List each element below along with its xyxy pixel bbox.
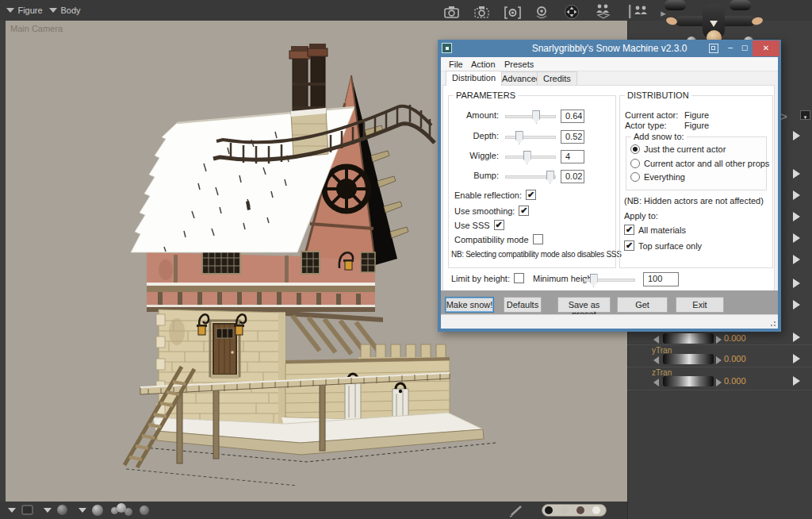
dial-decrement-arrow[interactable] [653,379,659,386]
use-smoothing-label: Use smoothing: [454,206,515,216]
shadow-color-swatch[interactable] [576,506,584,514]
ground-color-swatch[interactable] [592,506,600,514]
limit-by-height-label: Limit by height: [451,274,510,283]
wiggle-label: Wiggle: [450,151,499,160]
dialog-title-bar[interactable]: Snarlygribbly's Snow Machine v2.3.0 – ▢ … [438,40,781,57]
enable-reflection-label: Enable reflection: [454,190,522,200]
param-expand-arrow[interactable] [793,212,800,221]
camera-icon[interactable] [442,4,462,23]
menu-bar: File Action Presets [441,57,778,71]
param-expand-arrow[interactable] [793,190,800,200]
dial-increment-arrow[interactable] [716,379,722,386]
minimum-height-value[interactable]: 100 [643,272,679,286]
chevron-down-icon [79,508,86,513]
minimize-button[interactable]: – [723,40,737,56]
compatibility-mode-checkbox[interactable] [533,234,543,244]
menu-file[interactable]: File [446,59,466,70]
dialog-body: File Action Presets Distribution Advance… [441,57,778,329]
ztran-dial[interactable] [663,376,714,386]
enable-reflection-row: Enable reflection: [454,190,536,200]
pin-window-icon[interactable] [709,44,718,53]
textured-sphere-icon [92,505,103,516]
dial-value[interactable]: 0.000 [724,333,746,343]
display-style-toolbar [0,502,627,519]
dial-decrement-arrow[interactable] [653,356,659,364]
param-expand-arrow[interactable] [793,376,800,386]
wiggle-value[interactable]: 4 [561,150,584,163]
top-surface-row: Top surface only [624,240,702,251]
orb-camera-icon[interactable] [534,4,551,23]
param-expand-arrow[interactable] [793,169,800,179]
camera-brackets-icon[interactable] [504,4,523,23]
bump-slider[interactable] [505,175,556,179]
dial-increment-arrow[interactable] [716,336,722,344]
minimum-height-slider[interactable] [584,279,635,282]
get-button[interactable]: Get [617,297,668,313]
chevron-down-icon [8,508,16,513]
body-dropdown[interactable]: Body [49,0,81,21]
save-as-preset-button[interactable]: Save as preset [557,297,611,313]
use-smoothing-row: Use smoothing: [454,206,529,216]
minimum-height-slider-thumb[interactable] [590,274,598,287]
close-button[interactable]: ✕ [753,40,779,56]
parameters-group-label: PARAMETERS [454,90,518,100]
limit-by-height-checkbox[interactable] [514,273,524,283]
panel-expand-chevron[interactable]: > [780,110,787,123]
make-snow-button[interactable]: Make snow! [445,297,494,313]
enable-reflection-checkbox[interactable] [526,190,536,200]
tab-credits[interactable]: Credits [537,71,577,86]
trackball-icon[interactable] [563,4,580,23]
compatibility-mode-label: Compatibility mode [454,235,529,244]
menu-action[interactable]: Action [468,59,499,70]
param-expand-arrow[interactable] [793,131,800,140]
background-color-swatch[interactable] [561,506,569,514]
ytran-dial[interactable] [663,354,714,364]
radio-everything-label: Everything [644,172,685,182]
radio-actor-and-props[interactable] [630,159,640,168]
param-expand-arrow[interactable] [793,300,800,309]
panel-menu-dropdown[interactable]: ▾ [800,110,810,120]
param-expand-arrow[interactable] [793,233,800,243]
amount-value[interactable]: 0.64 [561,110,584,123]
style-cluster-control[interactable] [111,502,135,519]
figure-dropdown[interactable]: Figure [6,0,43,21]
dial-decrement-arrow[interactable] [653,336,659,344]
bump-value[interactable]: 0.02 [561,170,584,183]
amount-slider[interactable] [505,115,556,118]
radio-actor-and-props-label: Current actor and all other props [644,159,769,168]
radio-everything[interactable] [630,172,640,182]
foreground-color-swatch[interactable] [545,506,553,514]
maximize-button[interactable]: ▢ [737,40,752,56]
param-expand-arrow[interactable] [793,255,800,264]
menu-presets[interactable]: Presets [501,59,537,70]
top-surface-checkbox[interactable] [624,240,634,251]
dial-increment-arrow[interactable] [716,356,722,364]
figure-group-icon[interactable] [592,2,615,23]
all-materials-label: All materials [638,225,686,235]
exit-button[interactable]: Exit [676,297,724,313]
chevron-down-icon [44,508,52,513]
radio-everything-row: Everything [630,172,685,182]
dialog-status-bar [441,314,778,329]
depth-value[interactable]: 0.52 [561,130,584,144]
camera-dotted-icon[interactable] [473,4,492,23]
tab-distribution[interactable]: Distribution [446,71,502,86]
param-expand-arrow[interactable] [793,279,800,288]
radio-current-actor[interactable] [630,144,640,154]
xtran-dial[interactable] [663,333,714,344]
all-materials-checkbox[interactable] [624,225,634,235]
style-sphere-control[interactable] [140,506,149,515]
dial-value[interactable]: 0.000 [724,354,746,363]
actor-type-label: Actor type: [625,121,667,130]
edit-pencil-icon[interactable] [508,504,526,519]
dial-value[interactable]: 0.000 [724,376,746,386]
wiggle-slider[interactable] [505,156,556,159]
defaults-button[interactable]: Defaults [504,297,542,313]
param-expand-arrow[interactable] [793,354,800,363]
use-sss-checkbox[interactable] [494,220,504,230]
depth-slider[interactable] [505,136,556,139]
figure-group-bar-icon[interactable] [627,2,649,23]
use-smoothing-checkbox[interactable] [519,206,529,216]
current-actor-label: Current actor: [625,110,678,120]
param-expand-arrow[interactable] [793,333,800,342]
